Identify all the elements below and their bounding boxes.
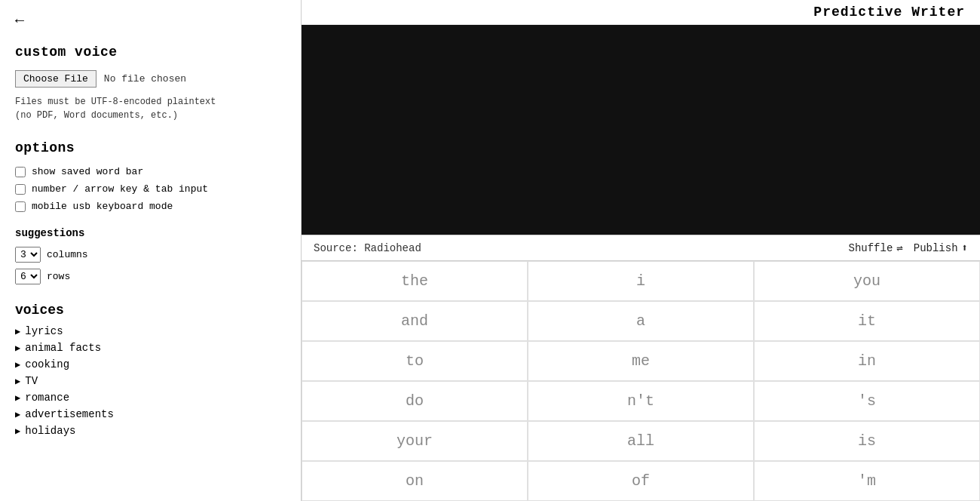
text-editor-area[interactable]	[302, 25, 980, 235]
voice-item-advertisements[interactable]: ▶ advertisements	[15, 408, 286, 420]
suggestion-5-0[interactable]: on	[302, 461, 528, 501]
mobile-usb-row: mobile usb keyboard mode	[15, 201, 286, 212]
no-file-label: No file chosen	[104, 73, 186, 85]
file-upload-row: Choose File No file chosen	[15, 70, 286, 88]
suggestion-0-2[interactable]: you	[754, 261, 980, 301]
number-arrow-key-checkbox[interactable]	[15, 184, 26, 195]
mobile-usb-checkbox[interactable]	[15, 201, 26, 212]
source-bar: Source: Radiohead Shuffle ⇌ Publish ⬆	[302, 235, 980, 261]
voice-arrow-advertisements: ▶	[15, 409, 20, 420]
columns-select[interactable]: 12345	[15, 247, 41, 263]
show-saved-word-bar-checkbox[interactable]	[15, 167, 26, 177]
voice-arrow-cooking: ▶	[15, 359, 20, 370]
voice-label-holidays: holidays	[25, 425, 75, 437]
number-arrow-key-label: number / arrow key & tab input	[32, 183, 208, 195]
suggestion-3-2[interactable]: 's	[754, 381, 980, 421]
voice-item-animal-facts[interactable]: ▶ animal facts	[15, 342, 286, 354]
source-label: Source: Radiohead	[314, 242, 421, 254]
voice-label-romance: romance	[25, 392, 69, 404]
voice-label-cooking: cooking	[25, 358, 69, 370]
main-panel: Predictive Writer Source: Radiohead Shuf…	[302, 0, 980, 501]
voice-label-advertisements: advertisements	[25, 408, 114, 420]
number-arrow-key-row: number / arrow key & tab input	[15, 183, 286, 195]
voice-arrow-tv: ▶	[15, 376, 20, 387]
voice-arrow-holidays: ▶	[15, 426, 20, 437]
voice-label-animal-facts: animal facts	[25, 342, 101, 354]
suggestion-2-2[interactable]: in	[754, 341, 980, 381]
voice-label-lyrics: lyrics	[25, 325, 63, 337]
suggestion-5-2[interactable]: 'm	[754, 461, 980, 501]
suggestion-4-2[interactable]: is	[754, 421, 980, 461]
suggestion-3-1[interactable]: n't	[528, 381, 754, 421]
voice-item-romance[interactable]: ▶ romance	[15, 392, 286, 404]
voice-item-tv[interactable]: ▶ TV	[15, 375, 286, 387]
suggestion-4-0[interactable]: your	[302, 421, 528, 461]
suggestion-1-0[interactable]: and	[302, 301, 528, 341]
suggestions-title: suggestions	[15, 227, 286, 239]
suggestion-0-0[interactable]: the	[302, 261, 528, 301]
back-button[interactable]: ←	[15, 12, 24, 29]
suggestion-2-1[interactable]: me	[528, 341, 754, 381]
top-bar: Predictive Writer	[302, 0, 980, 25]
suggestions-section: suggestions 12345 columns 12345678 rows	[15, 227, 286, 284]
columns-label: columns	[47, 249, 88, 260]
voice-item-holidays[interactable]: ▶ holidays	[15, 425, 286, 437]
suggestion-1-2[interactable]: it	[754, 301, 980, 341]
voices-section: voices ▶ lyrics ▶ animal facts ▶ cooking…	[15, 303, 286, 437]
rows-label: rows	[47, 271, 70, 282]
choose-file-button[interactable]: Choose File	[15, 70, 96, 88]
voice-item-lyrics[interactable]: ▶ lyrics	[15, 325, 286, 337]
voice-arrow-romance: ▶	[15, 392, 20, 404]
publish-button[interactable]: Publish ⬆	[914, 241, 968, 254]
suggestion-1-1[interactable]: a	[528, 301, 754, 341]
app-title: Predictive Writer	[813, 5, 965, 20]
file-hint: Files must be UTF-8-encoded plaintext(no…	[15, 95, 286, 122]
voice-arrow-lyrics: ▶	[15, 326, 20, 337]
shuffle-button[interactable]: Shuffle ⇌	[849, 241, 903, 254]
voice-label-tv: TV	[25, 375, 38, 387]
suggestion-5-1[interactable]: of	[528, 461, 754, 501]
suggestions-grid: the i you and a it to me in do n't 's yo…	[302, 261, 980, 501]
custom-voice-title: custom voice	[15, 45, 286, 60]
suggestion-4-1[interactable]: all	[528, 421, 754, 461]
voices-title: voices	[15, 303, 286, 318]
rows-select[interactable]: 12345678	[15, 269, 41, 284]
options-section: options show saved word bar number / arr…	[15, 140, 286, 212]
options-title: options	[15, 140, 286, 155]
rows-row: 12345678 rows	[15, 269, 286, 284]
show-saved-word-bar-row: show saved word bar	[15, 166, 286, 177]
source-actions: Shuffle ⇌ Publish ⬆	[849, 241, 969, 254]
suggestion-2-0[interactable]: to	[302, 341, 528, 381]
shuffle-icon: ⇌	[896, 241, 902, 254]
sidebar: ← custom voice Choose File No file chose…	[0, 0, 302, 501]
publish-label: Publish	[914, 242, 958, 254]
suggestion-3-0[interactable]: do	[302, 381, 528, 421]
suggestion-0-1[interactable]: i	[528, 261, 754, 301]
shuffle-label: Shuffle	[849, 242, 893, 254]
voice-arrow-animal-facts: ▶	[15, 343, 20, 354]
show-saved-word-bar-label: show saved word bar	[32, 166, 143, 177]
voice-item-cooking[interactable]: ▶ cooking	[15, 358, 286, 370]
publish-icon: ⬆	[962, 241, 968, 254]
columns-row: 12345 columns	[15, 247, 286, 263]
mobile-usb-label: mobile usb keyboard mode	[32, 201, 173, 212]
